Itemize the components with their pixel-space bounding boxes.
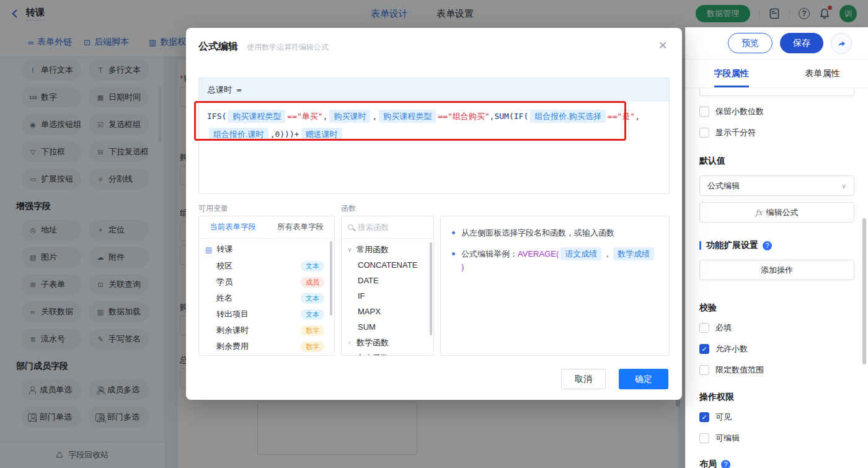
variable-row[interactable]: 转出项目文本 <box>199 306 334 322</box>
variable-row[interactable]: 校区文本 <box>199 258 334 274</box>
formula-token: , <box>323 112 328 121</box>
edit-formula-button[interactable]: 编辑公式 <box>699 202 854 223</box>
form-doc-icon <box>205 245 212 254</box>
formula-line: IFS(购买课程类型=="单买",购买课时,购买课程类型=="组合购买",SUM… <box>207 107 661 125</box>
modal-overlay-top <box>685 0 868 27</box>
function-group[interactable]: ∨常用函数 <box>342 242 433 257</box>
help-badge-icon[interactable] <box>763 241 772 250</box>
variable-row[interactable]: 学员成员 <box>199 274 334 290</box>
checkbox-label: 允许小数 <box>715 343 748 355</box>
checkbox-icon[interactable] <box>699 323 709 333</box>
validation-option-row[interactable]: 限定数值范围 <box>699 363 854 377</box>
extension-title: 功能扩展设置 <box>706 240 758 251</box>
example-close-paren: ) <box>461 262 464 272</box>
function-item[interactable]: CONCATENATE <box>342 257 433 273</box>
checkbox-label: 可见 <box>715 412 732 423</box>
default-value-label: 默认值 <box>699 156 854 167</box>
variables-root-node[interactable]: 转课 <box>199 241 334 258</box>
function-item[interactable]: SUM <box>342 319 433 335</box>
help-content: 从左侧面板选择字段名和函数，或输入函数 公式编辑举例：AVERAGE(语文成绩，… <box>441 216 669 291</box>
save-button[interactable]: 保存 <box>780 33 823 53</box>
clipped-input-stub[interactable] <box>699 88 854 96</box>
formula-field-chip[interactable]: 组合报价.课时 <box>209 128 268 141</box>
layout-title: 布局 <box>699 459 717 468</box>
formula-token: ,0 <box>270 130 280 139</box>
example-function: AVERAGE( <box>518 249 559 258</box>
chevron-down-icon: ∨ <box>347 246 353 253</box>
checkbox-icon[interactable] <box>699 433 709 443</box>
default-value-selected: 公式编辑 <box>707 180 740 192</box>
checkbox-checked-icon[interactable]: ✓ <box>699 412 709 422</box>
number-option-row[interactable]: 保留小数位数 <box>699 105 854 118</box>
close-icon[interactable] <box>658 38 667 53</box>
function-group-label: 常用函数 <box>356 244 389 255</box>
function-search-input[interactable] <box>358 223 415 232</box>
validation-option-row[interactable]: ✓允许小数 <box>699 342 854 356</box>
formula-field-chip[interactable]: 购买课时 <box>329 110 370 123</box>
default-value-select[interactable]: 公式编辑 <box>699 175 854 196</box>
function-group-label: 文本函数 <box>356 353 389 356</box>
formula-token: =="是" <box>608 112 635 121</box>
formula-token: , <box>372 112 377 121</box>
search-icon <box>348 224 353 230</box>
checkbox-icon[interactable] <box>699 128 709 138</box>
form-actions: 预览 保存 <box>686 27 868 60</box>
formula-token: IFS( <box>207 112 226 121</box>
permission-option-row[interactable]: ✓可见 <box>699 410 854 424</box>
validation-option-row[interactable]: 必填 <box>699 321 854 335</box>
variables-label: 可用变量 <box>198 203 228 214</box>
cancel-button[interactable]: 取消 <box>561 369 606 389</box>
chevron-right-icon: › <box>347 339 353 346</box>
bullet-icon <box>452 252 455 255</box>
formula-token: , <box>635 112 640 121</box>
permission-title: 操作权限 <box>699 392 854 403</box>
share-button[interactable] <box>831 33 852 54</box>
tab-field-properties[interactable]: 字段属性 <box>686 60 777 87</box>
formula-field-chip[interactable]: 购买课程类型 <box>379 110 436 123</box>
tab-all-form-fields[interactable]: 所有表单字段 <box>267 216 334 238</box>
tab-form-properties[interactable]: 表单属性 <box>777 60 868 87</box>
permission-option-row[interactable]: 可编辑 <box>699 431 854 445</box>
variable-row[interactable]: 文本 <box>199 355 334 356</box>
function-item[interactable]: DATE <box>342 273 433 288</box>
functions-tree: ∨常用函数CONCATENATEDATEIFMAPXSUM›数学函数›文本函数 <box>342 239 433 356</box>
checkbox-icon[interactable] <box>699 365 709 375</box>
properties-tabs: 字段属性 表单属性 <box>686 60 868 88</box>
confirm-button[interactable]: 确定 <box>619 369 668 389</box>
formula-field-chip[interactable]: 购买课程类型 <box>228 110 285 123</box>
help-panel: 从左侧面板选择字段名和函数，或输入函数 公式编辑举例：AVERAGE(语文成绩，… <box>440 216 670 356</box>
formula-editor[interactable]: 总课时 = IFS(购买课程类型=="单买",购买课时,购买课程类型=="组合购… <box>198 77 670 194</box>
example-field-chip: 数学成绩 <box>613 247 654 260</box>
variable-row[interactable]: 姓名文本 <box>199 290 334 306</box>
section-bar <box>699 241 701 250</box>
variables-scrollbar[interactable] <box>330 241 332 316</box>
formula-field-chip[interactable]: 赠送课时 <box>301 128 342 141</box>
function-group-label: 数学函数 <box>356 337 389 348</box>
function-group[interactable]: ›数学函数 <box>342 335 433 350</box>
help-tip: 从左侧面板选择字段名和函数，或输入函数 <box>452 226 658 239</box>
variables-panel: 当前表单字段 所有表单字段 转课 校区文本学员成员姓名文本转出项目文本剩余课时数… <box>198 216 335 356</box>
tab-current-form-fields[interactable]: 当前表单字段 <box>199 216 267 238</box>
number-option-row[interactable]: 显示千分符 <box>699 126 854 139</box>
example-comma: ， <box>603 249 611 258</box>
variable-row[interactable]: 剩余费用数字 <box>199 338 334 355</box>
variable-name: 姓名 <box>216 293 232 304</box>
functions-scrollbar[interactable] <box>430 242 432 335</box>
formula-field-chip[interactable]: 组合报价.购买选择 <box>530 110 606 123</box>
variable-row[interactable]: 剩余课时数字 <box>199 322 334 338</box>
layout-section-header: 布局 <box>699 459 854 468</box>
preview-button[interactable]: 预览 <box>728 33 773 53</box>
formula-content[interactable]: IFS(购买课程类型=="单买",购买课时,购买课程类型=="组合购买",SUM… <box>199 102 669 149</box>
variable-name: 剩余费用 <box>216 341 249 352</box>
function-item[interactable]: MAPX <box>342 304 433 319</box>
functions-label: 函数 <box>341 203 356 214</box>
function-item[interactable]: IF <box>342 288 433 304</box>
help-badge-icon[interactable] <box>721 460 730 468</box>
checkbox-icon[interactable] <box>699 107 709 117</box>
add-action-button[interactable]: 添加操作 <box>699 260 854 280</box>
function-search <box>342 216 433 239</box>
function-group[interactable]: ›文本函数 <box>342 350 433 356</box>
checkbox-checked-icon[interactable]: ✓ <box>699 344 709 354</box>
formula-result-label: 总课时 = <box>199 78 669 102</box>
properties-scrollbar[interactable] <box>862 218 866 364</box>
